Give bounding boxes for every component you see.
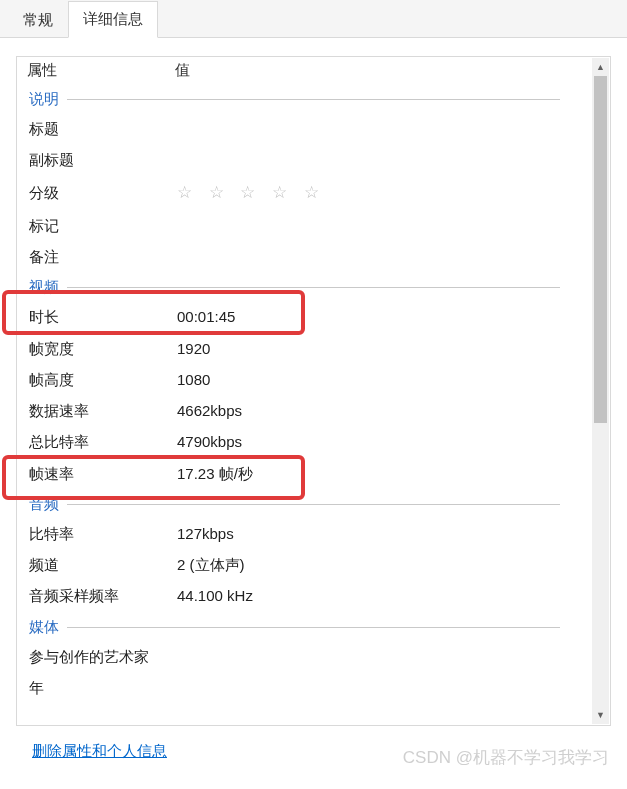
section-video-label: 视频 bbox=[29, 278, 59, 297]
column-headers: 属性 值 bbox=[17, 57, 610, 84]
label-frame-height: 帧高度 bbox=[29, 368, 177, 391]
row-frame-rate[interactable]: 帧速率 17.23 帧/秒 bbox=[19, 458, 590, 489]
row-subtitle[interactable]: 副标题 bbox=[19, 144, 590, 175]
scroll-down-button[interactable]: ▼ bbox=[592, 706, 609, 724]
value-frame-rate: 17.23 帧/秒 bbox=[177, 462, 582, 485]
row-rating[interactable]: 分级 ☆ ☆ ☆ ☆ ☆ bbox=[19, 176, 590, 210]
row-sample-rate[interactable]: 音频采样频率 44.100 kHz bbox=[19, 580, 590, 611]
label-audio-bitrate: 比特率 bbox=[29, 522, 177, 545]
value-frame-width: 1920 bbox=[177, 337, 582, 360]
value-data-rate: 4662kbps bbox=[177, 399, 582, 422]
tab-details[interactable]: 详细信息 bbox=[68, 1, 158, 38]
properties-list: 说明 标题 副标题 分级 ☆ ☆ ☆ ☆ ☆ 标记 bbox=[17, 84, 610, 725]
scroll-up-button[interactable]: ▲ bbox=[592, 58, 609, 76]
details-panel: 属性 值 说明 标题 副标题 分级 ☆ ☆ ☆ ☆ ☆ bbox=[0, 38, 627, 787]
label-year: 年 bbox=[29, 676, 177, 699]
value-frame-height: 1080 bbox=[177, 368, 582, 391]
label-duration: 时长 bbox=[29, 305, 177, 328]
rule-icon bbox=[67, 627, 560, 628]
rule-icon bbox=[67, 504, 560, 505]
label-subtitle: 副标题 bbox=[29, 148, 177, 171]
value-total-bitrate: 4790kbps bbox=[177, 430, 582, 453]
section-audio: 音频 bbox=[19, 489, 590, 518]
label-tags: 标记 bbox=[29, 214, 177, 237]
label-frame-width: 帧宽度 bbox=[29, 337, 177, 360]
properties-box: 属性 值 说明 标题 副标题 分级 ☆ ☆ ☆ ☆ ☆ bbox=[16, 56, 611, 726]
label-frame-rate: 帧速率 bbox=[29, 462, 177, 485]
rule-icon bbox=[67, 287, 560, 288]
value-duration: 00:01:45 bbox=[177, 305, 582, 328]
section-description: 说明 bbox=[19, 84, 590, 113]
section-description-label: 说明 bbox=[29, 90, 59, 109]
row-channels[interactable]: 频道 2 (立体声) bbox=[19, 549, 590, 580]
label-rating: 分级 bbox=[29, 181, 177, 204]
row-duration[interactable]: 时长 00:01:45 bbox=[19, 301, 590, 332]
row-frame-width[interactable]: 帧宽度 1920 bbox=[19, 333, 590, 364]
section-media-label: 媒体 bbox=[29, 618, 59, 637]
section-video: 视频 bbox=[19, 272, 590, 301]
row-tags[interactable]: 标记 bbox=[19, 210, 590, 241]
col-property: 属性 bbox=[27, 61, 175, 80]
row-data-rate[interactable]: 数据速率 4662kbps bbox=[19, 395, 590, 426]
scrollbar-vertical[interactable]: ▲ ▼ bbox=[592, 58, 609, 724]
rule-icon bbox=[67, 99, 560, 100]
scroll-track[interactable] bbox=[592, 76, 609, 706]
value-channels: 2 (立体声) bbox=[177, 553, 582, 576]
label-sample-rate: 音频采样频率 bbox=[29, 584, 177, 607]
row-comments[interactable]: 备注 bbox=[19, 241, 590, 272]
label-channels: 频道 bbox=[29, 553, 177, 576]
row-audio-bitrate[interactable]: 比特率 127kbps bbox=[19, 518, 590, 549]
row-title[interactable]: 标题 bbox=[19, 113, 590, 144]
value-audio-bitrate: 127kbps bbox=[177, 522, 582, 545]
tabs-bar: 常规 详细信息 bbox=[0, 0, 627, 38]
row-frame-height[interactable]: 帧高度 1080 bbox=[19, 364, 590, 395]
footer: 删除属性和个人信息 bbox=[16, 726, 611, 777]
label-comments: 备注 bbox=[29, 245, 177, 268]
value-rating-stars[interactable]: ☆ ☆ ☆ ☆ ☆ bbox=[177, 180, 582, 206]
label-data-rate: 数据速率 bbox=[29, 399, 177, 422]
section-audio-label: 音频 bbox=[29, 495, 59, 514]
value-sample-rate: 44.100 kHz bbox=[177, 584, 582, 607]
scroll-thumb[interactable] bbox=[594, 76, 607, 423]
row-total-bitrate[interactable]: 总比特率 4790kbps bbox=[19, 426, 590, 457]
row-artist[interactable]: 参与创作的艺术家 bbox=[19, 641, 590, 672]
label-total-bitrate: 总比特率 bbox=[29, 430, 177, 453]
label-artist: 参与创作的艺术家 bbox=[29, 645, 209, 668]
col-value: 值 bbox=[175, 61, 602, 80]
row-year[interactable]: 年 bbox=[19, 672, 590, 703]
tab-general[interactable]: 常规 bbox=[8, 2, 68, 38]
remove-properties-link[interactable]: 删除属性和个人信息 bbox=[32, 742, 167, 759]
section-media: 媒体 bbox=[19, 612, 590, 641]
label-title: 标题 bbox=[29, 117, 177, 140]
